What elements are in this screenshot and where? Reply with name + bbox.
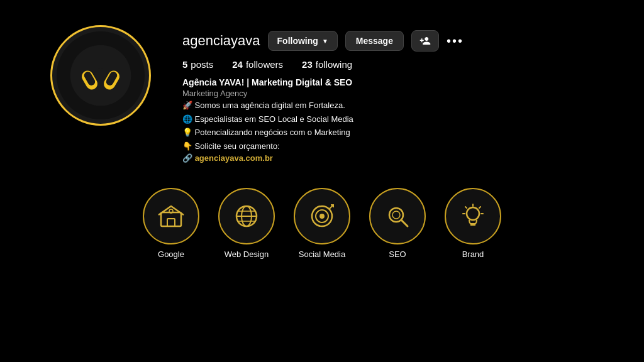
more-options-button[interactable]: ••• — [447, 34, 464, 48]
following-button[interactable]: Following ▼ — [268, 31, 338, 51]
globe-icon — [231, 201, 262, 231]
bio-line-4: 👇 Solicite seu orçamento: — [182, 140, 594, 153]
highlight-google-circle — [143, 188, 199, 244]
svg-point-16 — [319, 214, 325, 219]
svg-line-20 — [401, 220, 408, 226]
add-user-button[interactable] — [411, 30, 439, 52]
following-stat[interactable]: 23 following — [302, 59, 352, 70]
profile-info: agenciayava Following ▼ Message ••• — [182, 25, 594, 163]
highlight-socialmedia[interactable]: Social Media — [294, 188, 350, 259]
message-button[interactable]: Message — [345, 31, 404, 51]
highlight-seo-circle — [369, 188, 426, 244]
bio-line-3: 💡 Potencializando negócios com o Marketi… — [182, 126, 594, 139]
store-icon — [156, 201, 186, 231]
link-icon: 🔗 — [182, 153, 192, 163]
chevron-down-icon: ▼ — [322, 38, 328, 45]
username: agenciayava — [182, 33, 260, 49]
highlight-seo[interactable]: SEO — [369, 188, 426, 259]
highlight-webdesign-circle — [218, 188, 275, 244]
highlight-socialmedia-label: Social Media — [299, 250, 345, 259]
brand-logo — [69, 44, 132, 107]
posts-stat: 5 posts — [182, 59, 213, 70]
profile-area: agenciayava Following ▼ Message ••• — [0, 0, 644, 175]
svg-rect-7 — [167, 219, 175, 226]
page: agenciayava Following ▼ Message ••• — [0, 0, 644, 362]
highlight-webdesign-label: Web Design — [225, 250, 269, 259]
stats-row: 5 posts 24 followers 23 following — [182, 59, 594, 70]
avatar — [50, 25, 151, 126]
highlight-socialmedia-circle — [294, 188, 350, 244]
svg-point-21 — [467, 207, 479, 220]
target-icon — [307, 201, 337, 231]
highlight-brand-circle — [445, 188, 501, 244]
bulb-icon — [458, 201, 488, 231]
svg-line-25 — [465, 207, 467, 208]
bio-name: Agência YAVA! | Marketing Digital & SEO — [182, 77, 594, 87]
bio-category: Marketing Agency — [182, 89, 594, 98]
bio-line-2: 🌐 Especialistas em SEO Local e Social Me… — [182, 113, 594, 126]
username-row: agenciayava Following ▼ Message ••• — [182, 30, 594, 52]
bio-section: Agência YAVA! | Marketing Digital & SEO … — [182, 77, 594, 163]
highlight-seo-label: SEO — [389, 250, 406, 259]
highlight-webdesign[interactable]: Web Design — [218, 188, 275, 259]
highlight-brand-label: Brand — [462, 250, 484, 259]
followers-stat[interactable]: 24 followers — [232, 59, 283, 70]
highlight-google-label: Google — [158, 250, 184, 259]
bio-line-1: 🚀 Somos uma agência digital em Fortaleza… — [182, 99, 594, 112]
highlight-google[interactable]: Google — [143, 188, 199, 259]
highlights-area: Google Web Design — [0, 175, 644, 272]
svg-line-24 — [479, 207, 480, 208]
bio-link[interactable]: 🔗 agenciayava.com.br — [182, 153, 594, 163]
svg-point-3 — [94, 68, 107, 80]
add-person-icon — [419, 35, 431, 47]
search-icon — [382, 201, 413, 231]
highlight-brand[interactable]: Brand — [445, 188, 501, 259]
svg-point-19 — [392, 211, 400, 219]
avatar-inner — [57, 31, 145, 119]
ellipsis-icon: ••• — [447, 34, 464, 48]
